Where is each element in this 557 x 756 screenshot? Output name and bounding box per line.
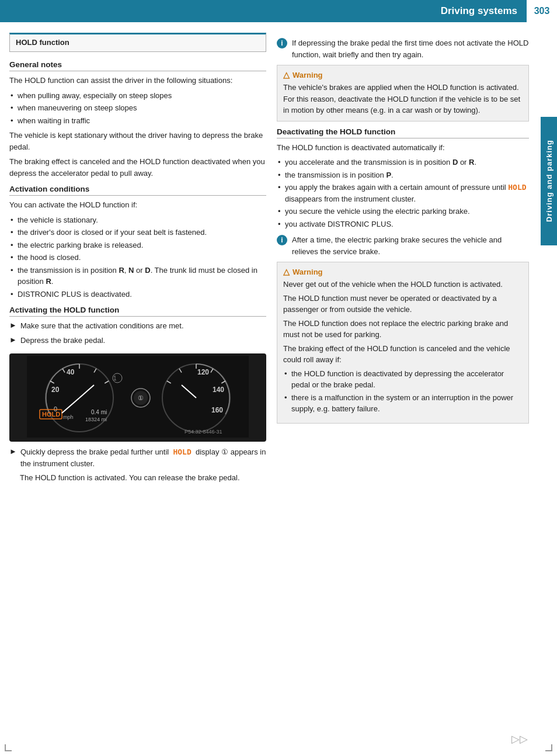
- warning2-para1: Never get out of the vehicle when the HO…: [283, 279, 523, 290]
- hold-label-2: HOLD: [508, 183, 526, 192]
- list-item: when waiting in traffic: [9, 115, 266, 127]
- svg-text:120: 120: [197, 368, 209, 376]
- corner-br: [545, 744, 552, 751]
- warning-title-1: △ Warning: [283, 70, 523, 79]
- list-item: you secure the vehicle using the electri…: [277, 206, 529, 217]
- list-item: the transmission is in position P.: [277, 169, 529, 181]
- left-column: HOLD function General notes The HOLD fun…: [9, 33, 266, 487]
- warning1-text: The vehicle's brakes are applied when th…: [283, 82, 523, 116]
- warning-title-2: △ Warning: [283, 267, 523, 276]
- list-item: the hood is closed.: [9, 252, 266, 263]
- warning-label-2: Warning: [293, 268, 323, 276]
- activation-conditions-heading: Activation conditions: [9, 185, 266, 196]
- forward-arrow: ▷▷: [511, 733, 528, 745]
- header-bar: Driving systems 303: [0, 0, 557, 22]
- general-notes-para2: The braking effect is canceled and the H…: [9, 156, 266, 179]
- step3: ► Quickly depress the brake pedal furthe…: [9, 446, 266, 469]
- side-tab: Driving and parking: [541, 117, 557, 245]
- svg-text:40: 40: [67, 368, 75, 376]
- svg-text:160: 160: [211, 406, 223, 414]
- step3-text: Quickly depress the brake pedal further …: [20, 446, 266, 469]
- svg-text:18324 mi: 18324 mi: [85, 417, 107, 422]
- info-icon-1: i: [277, 38, 287, 48]
- list-item: the driver's door is closed or if your s…: [9, 227, 266, 238]
- warning-label-1: Warning: [293, 71, 323, 79]
- arrow-icon: ►: [9, 447, 17, 456]
- activation-intro: You can activate the HOLD function if:: [9, 199, 266, 211]
- warning2-para2: The HOLD function must never be operated…: [283, 293, 523, 315]
- deactivating-heading: Deactivating the HOLD function: [277, 127, 529, 138]
- warning-triangle-icon-2: △: [283, 267, 290, 276]
- general-notes-intro: The HOLD function can assist the driver …: [9, 75, 266, 86]
- step3b-text: The HOLD function is activated. You can …: [20, 472, 266, 484]
- list-item: the vehicle is stationary.: [9, 214, 266, 226]
- svg-text:HOLD: HOLD: [42, 411, 60, 418]
- deactivating-intro: The HOLD function is deactivated automat…: [277, 142, 529, 154]
- list-item: when maneuvering on steep slopes: [9, 102, 266, 114]
- header-title: Driving systems: [441, 5, 527, 17]
- warning2-para3: The HOLD function does not replace the e…: [283, 318, 523, 341]
- list-item: you activate DISTRONIC PLUS.: [277, 219, 529, 230]
- step1: ► Make sure that the activation conditio…: [9, 320, 266, 332]
- arrow-icon: ►: [9, 335, 17, 344]
- warning-box-1: △ Warning The vehicle's brakes are appli…: [277, 65, 529, 122]
- step2-text: Depress the brake pedal.: [20, 335, 105, 346]
- activation-bullets: the vehicle is stationary. the driver's …: [9, 214, 266, 300]
- step2: ► Depress the brake pedal.: [9, 335, 266, 346]
- general-notes-heading: General notes: [9, 60, 266, 71]
- general-notes-bullets: when pulling away, especially on steep s…: [9, 90, 266, 127]
- list-item: you accelerate and the transmission is i…: [277, 157, 529, 168]
- step1-text: Make sure that the activation conditions…: [20, 320, 184, 332]
- deactivating-bullets: you accelerate and the transmission is i…: [277, 157, 529, 230]
- list-item: the electric parking brake is released.: [9, 240, 266, 251]
- corner-bl: [5, 744, 12, 751]
- right-column: i If depressing the brake pedal the firs…: [277, 33, 548, 487]
- general-notes-para1: The vehicle is kept stationary without t…: [9, 130, 266, 152]
- page-number: 303: [527, 0, 557, 22]
- cluster-container: 40 20 0 mph 0.4 mi 18324 mi 120 140 160: [9, 353, 266, 442]
- info-text-1: If depressing the brake pedal the first …: [292, 37, 529, 60]
- main-content: HOLD function General notes The HOLD fun…: [0, 22, 557, 498]
- warning2-sub-bullets: the HOLD function is deactivated by depr…: [283, 368, 523, 415]
- hold-function-title: HOLD function: [16, 38, 69, 47]
- list-item: the HOLD function is deactivated by depr…: [283, 368, 523, 391]
- info-box-2: i After a time, the electric parking bra…: [277, 234, 529, 257]
- warning2-para4: The braking effect of the HOLD function …: [283, 343, 523, 366]
- svg-text:mph: mph: [63, 414, 74, 420]
- svg-text:0.4 mi: 0.4 mi: [91, 409, 107, 415]
- svg-text:140: 140: [213, 386, 224, 394]
- info-icon-2: i: [277, 235, 287, 245]
- list-item: there is a malfunction in the system or …: [283, 392, 523, 415]
- hold-label: HOLD: [173, 448, 191, 456]
- cluster-diagram: 40 20 0 mph 0.4 mi 18324 mi 120 140 160: [12, 356, 264, 438]
- list-item: the transmission is in position R, N or …: [9, 265, 266, 287]
- list-item: you apply the brakes again with a certai…: [277, 182, 529, 204]
- list-item: when pulling away, especially on steep s…: [9, 90, 266, 102]
- hold-function-box: HOLD function: [9, 33, 266, 52]
- info-text-2: After a time, the electric parking brake…: [292, 234, 529, 257]
- svg-text:P54.32-8446-31: P54.32-8446-31: [184, 429, 222, 435]
- arrow-icon: ►: [9, 321, 17, 330]
- side-tab-label: Driving and parking: [545, 140, 553, 222]
- svg-text:①: ①: [138, 394, 144, 401]
- info-box-1: i If depressing the brake pedal the firs…: [277, 37, 529, 60]
- warning-box-2: △ Warning Never get out of the vehicle w…: [277, 262, 529, 424]
- activating-heading: Activating the HOLD function: [9, 306, 266, 317]
- svg-text:1: 1: [113, 375, 117, 382]
- svg-text:20: 20: [51, 386, 60, 394]
- warning-triangle-icon-1: △: [283, 70, 290, 79]
- list-item: DISTRONIC PLUS is deactivated.: [9, 289, 266, 300]
